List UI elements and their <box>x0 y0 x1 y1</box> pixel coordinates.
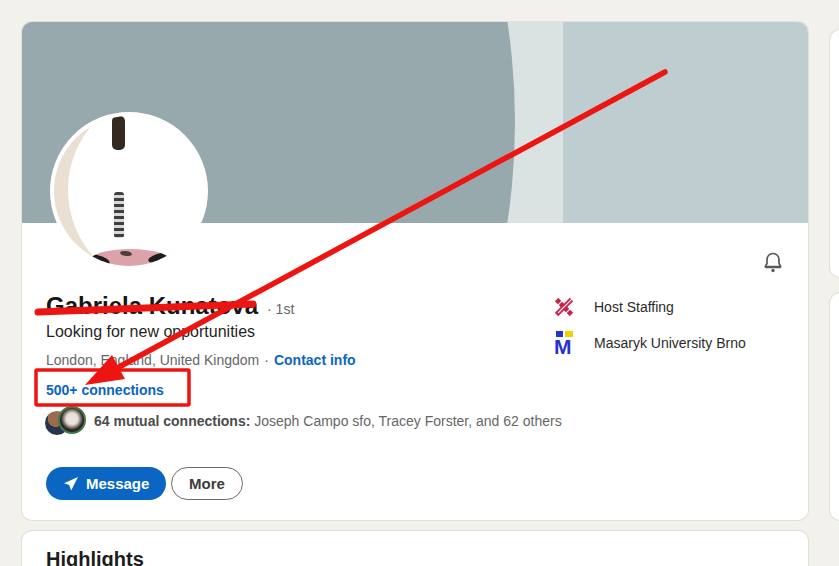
education-link[interactable]: M Masaryk University Brno <box>553 330 746 355</box>
mutual-connections-link[interactable]: 64 mutual connections: Joseph Campo sfo,… <box>44 406 562 436</box>
location-separator: · <box>264 352 269 368</box>
more-button-label: More <box>189 475 225 492</box>
mutual-connections-count: 64 mutual connections: <box>94 413 250 429</box>
education-name: Masaryk University Brno <box>594 335 746 351</box>
masaryk-university-logo-icon: M <box>553 331 574 355</box>
current-company-name: Host Staffing <box>594 299 674 315</box>
highlights-section-title: Highlights <box>46 548 144 566</box>
connection-degree-badge: · 1st <box>267 301 294 317</box>
mutual-connection-avatars <box>44 406 88 436</box>
right-sidebar-card <box>830 293 839 520</box>
contact-info-link[interactable]: Contact info <box>274 352 356 368</box>
message-button-label: Message <box>86 475 149 492</box>
photo-fragment <box>114 192 124 238</box>
profile-headline: Looking for new opportunities <box>46 323 255 341</box>
connections-count-link[interactable]: 500+ connections <box>46 382 164 398</box>
profile-name: Gabriela Kunatova <box>46 292 258 320</box>
photo-fragment <box>112 116 125 150</box>
mutual-connections-names: Joseph Campo sfo, Tracey Forster, and 62… <box>250 413 561 429</box>
more-button[interactable]: More <box>171 467 243 500</box>
message-button[interactable]: Message <box>46 467 166 500</box>
send-icon <box>63 476 79 492</box>
notification-bell-icon[interactable] <box>758 248 788 278</box>
experience-education-summary: Host Staffing M Masaryk University Brno <box>553 294 746 355</box>
profile-photo[interactable] <box>50 112 208 270</box>
profile-location: London, England, United Kingdom <box>46 352 259 368</box>
right-sidebar-card <box>830 30 839 277</box>
host-staffing-logo-icon <box>553 297 574 317</box>
linkedin-profile-page: { "profile": { "name": "Gabriela Kunatov… <box>0 0 839 566</box>
highlights-card: Highlights <box>22 531 808 566</box>
current-company-link[interactable]: Host Staffing <box>553 294 746 319</box>
profile-card: Gabriela Kunatova · 1st Looking for new … <box>22 22 808 520</box>
avatar <box>58 406 86 434</box>
photo-fragment <box>90 249 170 270</box>
